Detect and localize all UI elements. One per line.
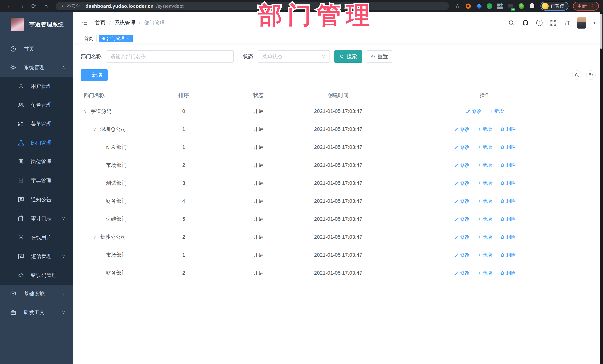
- add-button[interactable]: + 新增: [81, 69, 108, 81]
- sidebar-item-infrastructure[interactable]: 基础设施 ∨: [0, 285, 73, 303]
- sidebar-logo[interactable]: 芋道管理系统: [0, 12, 73, 37]
- tab-dept-management[interactable]: 部门管理 ×: [99, 35, 133, 42]
- row-action-modify[interactable]: 修改: [454, 270, 470, 276]
- sidebar-item-sms-management[interactable]: 短信管理 ∨: [0, 247, 73, 266]
- expand-arrow-icon[interactable]: ∨: [93, 234, 98, 240]
- top-navbar: 首页 / 系统管理 / 部门管理 ? TT ▾: [73, 12, 603, 33]
- row-action-delete[interactable]: 删除: [500, 234, 516, 240]
- fullscreen-icon[interactable]: [550, 20, 557, 26]
- row-action-delete[interactable]: 删除: [500, 252, 516, 258]
- bookmark-star-icon[interactable]: ☆: [455, 3, 460, 10]
- browser-forward-icon[interactable]: →: [16, 0, 27, 12]
- sidebar-item-dev-tools[interactable]: 研发工具 ∨: [0, 303, 73, 322]
- row-action-delete[interactable]: 删除: [500, 198, 516, 204]
- sidebar-item-user-management[interactable]: 用户管理: [0, 77, 73, 96]
- browser-profile-chip[interactable]: 已暂停: [541, 2, 568, 11]
- browser-menu-icon[interactable]: ⋮: [590, 3, 595, 9]
- help-icon[interactable]: ?: [536, 20, 543, 26]
- tab-home[interactable]: 首页: [81, 35, 97, 42]
- hamburger-icon[interactable]: [81, 20, 88, 26]
- user-avatar[interactable]: [577, 17, 586, 29]
- github-icon[interactable]: [522, 20, 529, 26]
- sidebar-menu: 首页 系统管理 ∧ 用户管理 角色管理 菜单管理 部门管理 岗位管理 字典管理 …: [0, 37, 73, 364]
- extension-icon-orange[interactable]: [465, 3, 471, 9]
- address-bar[interactable]: ▲ 不安全 dashboard.yudao.iocoder.cn/system/…: [56, 2, 449, 10]
- cell-dept-name: 运维部门: [81, 216, 153, 223]
- browser-home-icon[interactable]: ⌂: [41, 0, 51, 12]
- cell-sort: 4: [153, 198, 215, 204]
- row-action-modify[interactable]: 修改: [454, 252, 470, 258]
- sidebar-item-online-users[interactable]: 在线用户: [0, 228, 73, 247]
- cell-created: 2021-01-05 17:03:47: [302, 108, 374, 114]
- sidebar-item-system-management[interactable]: 系统管理 ∧: [0, 58, 73, 77]
- sidebar-item-menu-management[interactable]: 菜单管理: [0, 115, 73, 133]
- sidebar-item-dict-management[interactable]: 字典管理: [0, 171, 73, 190]
- cell-sort: 1: [153, 144, 215, 150]
- browser-reload-icon[interactable]: ⟳: [29, 0, 39, 12]
- security-label[interactable]: 不安全: [67, 3, 80, 9]
- row-action-delete[interactable]: 删除: [500, 144, 516, 151]
- row-action-add[interactable]: +新增: [478, 144, 492, 151]
- browser-scrollbar[interactable]: [600, 12, 603, 364]
- row-action-modify[interactable]: 修改: [454, 234, 470, 240]
- table-row: 市场部门 1 开启 2021-01-05 17:03:47 修改+新增删除: [81, 246, 596, 264]
- row-action-modify[interactable]: 修改: [454, 162, 470, 168]
- sidebar-item-dept-management[interactable]: 部门管理: [0, 133, 73, 152]
- row-action-delete[interactable]: 删除: [500, 270, 516, 276]
- row-action-add[interactable]: +新增: [478, 126, 492, 132]
- close-icon[interactable]: ×: [127, 36, 129, 41]
- search-button[interactable]: 搜索: [334, 50, 362, 63]
- extension-icon-gem[interactable]: [476, 3, 482, 9]
- sidebar-item-audit-log[interactable]: 审计日志 ∨: [0, 209, 73, 228]
- browser-update-button[interactable]: 更新 ⋮: [573, 2, 599, 11]
- row-action-delete[interactable]: 删除: [500, 216, 516, 222]
- expand-arrow-icon[interactable]: ∨: [84, 109, 89, 114]
- search-icon[interactable]: [508, 20, 515, 26]
- row-action-add[interactable]: +新增: [478, 234, 492, 240]
- row-action-add[interactable]: +新增: [478, 252, 492, 258]
- toggle-search-button[interactable]: [572, 70, 581, 80]
- row-action-modify[interactable]: 修改: [454, 180, 470, 187]
- row-action-add[interactable]: +新增: [478, 216, 492, 222]
- edit-icon: [454, 217, 458, 221]
- row-action-add[interactable]: +新增: [478, 180, 492, 187]
- sidebar-item-error-code-management[interactable]: 错误码管理: [0, 266, 73, 285]
- row-action-modify[interactable]: 修改: [454, 144, 470, 151]
- row-action-modify[interactable]: 修改: [454, 198, 470, 204]
- row-action-add[interactable]: +新增: [478, 198, 492, 204]
- row-action-delete[interactable]: 删除: [500, 126, 516, 132]
- row-action-delete[interactable]: 删除: [500, 162, 516, 168]
- breadcrumb-system[interactable]: 系统管理: [115, 19, 135, 26]
- scrollbar-thumb[interactable]: [600, 14, 603, 49]
- dept-name-input[interactable]: [106, 50, 234, 63]
- breadcrumb-home[interactable]: 首页: [95, 19, 105, 26]
- expand-arrow-icon[interactable]: ∨: [93, 127, 98, 132]
- reset-button[interactable]: ↻ 重置: [366, 50, 392, 63]
- row-action-modify[interactable]: 修改: [454, 216, 470, 222]
- extensions-puzzle-icon[interactable]: [529, 3, 535, 9]
- sidebar-item-notice-announcement[interactable]: 通知公告: [0, 190, 73, 209]
- avatar-caret-icon[interactable]: ▾: [593, 20, 596, 25]
- cell-actions: 修改+新增删除: [374, 162, 596, 168]
- browser-back-icon[interactable]: ←: [4, 0, 14, 12]
- row-action-add[interactable]: +新增: [478, 270, 492, 276]
- row-action-add[interactable]: +新增: [478, 162, 492, 168]
- trash-icon: [500, 217, 505, 221]
- row-action-modify[interactable]: 修改: [466, 108, 481, 115]
- row-action-delete[interactable]: 删除: [500, 180, 516, 187]
- extension-icon-green-check[interactable]: ✓: [487, 3, 492, 9]
- extension-icon-switch[interactable]: on: [508, 3, 514, 9]
- col-status: 状态: [215, 92, 302, 99]
- notice-icon: [18, 197, 24, 203]
- row-action-modify[interactable]: 修改: [454, 126, 470, 132]
- extension-icon-grid[interactable]: [497, 3, 503, 9]
- sidebar-item-role-management[interactable]: 角色管理: [0, 96, 73, 115]
- refresh-button[interactable]: ↻: [586, 70, 596, 80]
- table-row: 财务部门 4 开启 2021-01-05 17:03:47 修改+新增删除: [81, 192, 596, 210]
- sidebar-item-post-management[interactable]: 岗位管理: [0, 152, 73, 171]
- extension-icon-sprout[interactable]: [518, 3, 524, 9]
- sidebar-item-home[interactable]: 首页: [0, 40, 73, 58]
- status-select[interactable]: 菜单状态 ∨: [258, 50, 330, 63]
- row-action-add[interactable]: +新增: [490, 108, 504, 115]
- font-size-icon[interactable]: TT: [564, 20, 570, 26]
